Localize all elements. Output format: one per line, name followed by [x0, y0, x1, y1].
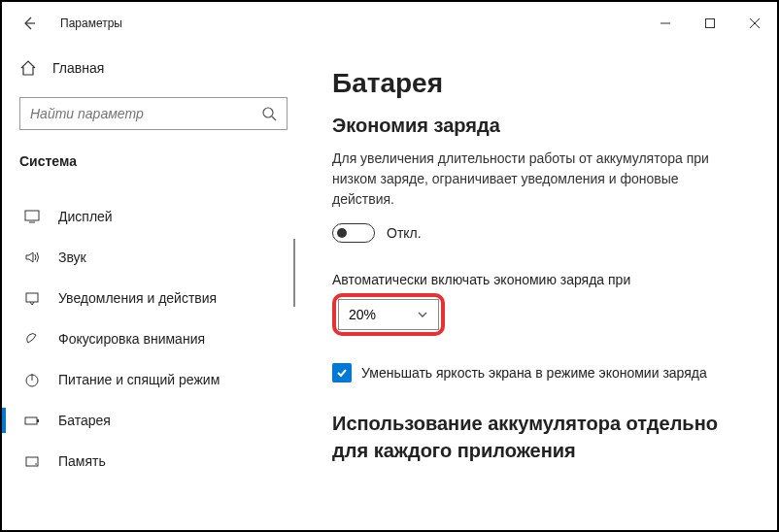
sound-icon	[21, 249, 43, 266]
nav-item-sound[interactable]: Звук	[19, 237, 280, 278]
threshold-dropdown[interactable]: 20%	[338, 299, 439, 330]
nav-item-notifications[interactable]: Уведомления и действия	[19, 278, 280, 318]
nav-item-display[interactable]: Дисплей	[19, 196, 280, 237]
window-title: Параметры	[60, 17, 122, 30]
svg-rect-8	[26, 293, 38, 302]
svg-rect-1	[706, 19, 715, 28]
nav-item-battery[interactable]: Батарея	[19, 400, 280, 441]
nav-label: Дисплей	[58, 209, 113, 224]
svg-point-4	[263, 108, 273, 117]
svg-rect-6	[25, 211, 39, 220]
highlight-box: 20%	[332, 293, 445, 336]
display-icon	[21, 208, 43, 225]
nav-item-power[interactable]: Питание и спящий режим	[19, 359, 280, 400]
svg-point-14	[35, 463, 37, 465]
maximize-button[interactable]	[688, 2, 732, 45]
battery-icon	[21, 412, 43, 429]
home-icon	[19, 59, 43, 77]
reduce-brightness-checkbox[interactable]	[332, 363, 352, 382]
back-button[interactable]	[16, 10, 43, 37]
section-heading: Экономия заряда	[332, 115, 754, 137]
scroll-indicator	[293, 239, 295, 307]
nav-label: Память	[58, 453, 106, 469]
threshold-value: 20%	[349, 307, 376, 322]
nav-label: Звук	[58, 249, 86, 265]
close-button[interactable]	[732, 2, 777, 45]
minimize-button[interactable]	[643, 2, 688, 45]
focus-icon	[21, 330, 43, 348]
svg-line-5	[272, 116, 276, 120]
power-icon	[21, 371, 43, 388]
search-input[interactable]	[30, 106, 244, 121]
nav-item-focus[interactable]: Фокусировка внимания	[19, 318, 280, 359]
svg-rect-12	[37, 419, 39, 422]
svg-rect-11	[25, 417, 37, 424]
battery-saver-toggle[interactable]	[332, 223, 375, 243]
nav-label: Уведомления и действия	[58, 290, 217, 306]
search-icon	[261, 106, 277, 121]
home-label: Главная	[52, 60, 104, 76]
toggle-state-label: Откл.	[387, 225, 422, 241]
usage-heading: Использование аккумулятора отдельно для …	[332, 410, 754, 464]
reduce-brightness-label: Уменьшать яркость экрана в режиме эконом…	[361, 365, 707, 381]
auto-on-label: Автоматически включать экономию заряда п…	[332, 272, 754, 287]
nav-label: Батарея	[58, 413, 111, 428]
chevron-down-icon	[417, 309, 428, 320]
home-link[interactable]: Главная	[19, 49, 280, 87]
notifications-icon	[21, 289, 43, 307]
category-heading: Система	[19, 153, 280, 169]
nav-label: Фокусировка внимания	[58, 331, 205, 347]
section-description: Для увеличения длительности работы от ак…	[332, 149, 711, 210]
search-box[interactable]	[19, 97, 288, 130]
storage-icon	[21, 452, 43, 470]
nav-item-storage[interactable]: Память	[19, 441, 280, 482]
page-title: Батарея	[332, 68, 754, 99]
nav-label: Питание и спящий режим	[58, 372, 220, 387]
